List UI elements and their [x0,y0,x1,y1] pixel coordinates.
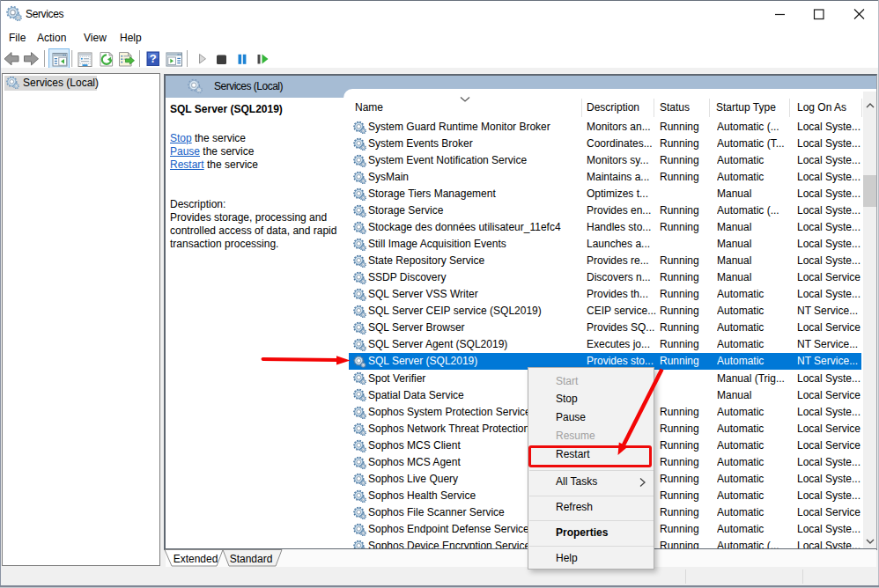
svg-text:Extended: Extended [174,553,218,565]
svg-text:Standard: Standard [230,553,273,565]
svg-text:?: ? [150,52,157,65]
